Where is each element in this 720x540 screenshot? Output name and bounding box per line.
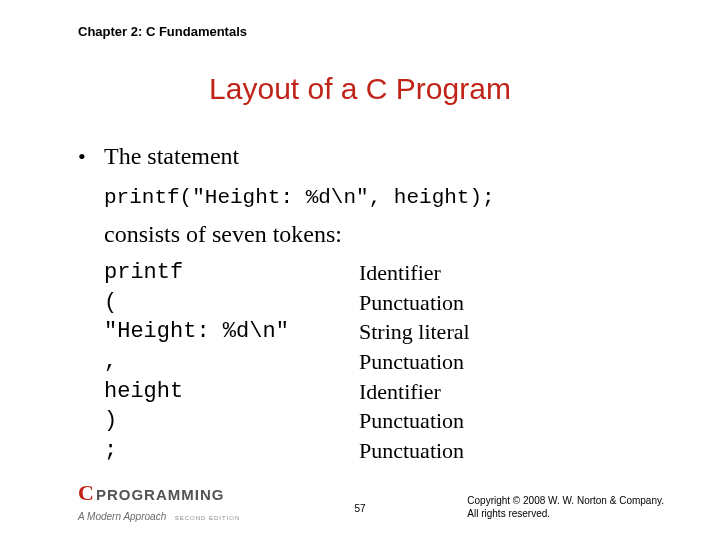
copyright: Copyright © 2008 W. W. Norton & Company.… <box>467 495 664 520</box>
slide-title: Layout of a C Program <box>0 72 720 106</box>
copyright-line-1: Copyright © 2008 W. W. Norton & Company. <box>467 495 664 508</box>
text-consists-of: consists of seven tokens: <box>104 221 660 248</box>
token-cell: ) <box>104 406 359 436</box>
text-the-statement: The statement <box>104 143 239 170</box>
token-cell: "Height: %d\n" <box>104 317 359 347</box>
category-cell: Punctuation <box>359 436 464 466</box>
token-cell: printf <box>104 258 359 288</box>
token-cell: , <box>104 347 359 377</box>
chapter-label: Chapter 2: C Fundamentals <box>78 24 247 39</box>
token-table: printf Identifier ( Punctuation "Height:… <box>104 258 660 466</box>
bullet-glyph: • <box>78 146 104 168</box>
category-cell: Punctuation <box>359 288 464 318</box>
body-content: • The statement printf("Height: %d\n", h… <box>78 143 660 466</box>
token-cell: ; <box>104 436 359 466</box>
category-cell: String literal <box>359 317 470 347</box>
table-row: printf Identifier <box>104 258 660 288</box>
logo-programming: PROGRAMMING <box>96 486 225 503</box>
table-row: ; Punctuation <box>104 436 660 466</box>
category-cell: Identifier <box>359 377 441 407</box>
token-cell: ( <box>104 288 359 318</box>
category-cell: Punctuation <box>359 406 464 436</box>
table-row: , Punctuation <box>104 347 660 377</box>
category-cell: Punctuation <box>359 347 464 377</box>
book-logo: C PROGRAMMING A Modern Approach SECOND E… <box>78 480 240 524</box>
table-row: "Height: %d\n" String literal <box>104 317 660 347</box>
table-row: ( Punctuation <box>104 288 660 318</box>
table-row: height Identifier <box>104 377 660 407</box>
code-statement: printf("Height: %d\n", height); <box>104 186 660 209</box>
bullet-line-1: • The statement <box>78 143 660 170</box>
copyright-line-2: All rights reserved. <box>467 508 664 521</box>
logo-edition: SECOND EDITION <box>175 515 241 521</box>
token-cell: height <box>104 377 359 407</box>
slide: Chapter 2: C Fundamentals Layout of a C … <box>0 0 720 540</box>
category-cell: Identifier <box>359 258 441 288</box>
footer: C PROGRAMMING A Modern Approach SECOND E… <box>0 484 720 524</box>
table-row: ) Punctuation <box>104 406 660 436</box>
